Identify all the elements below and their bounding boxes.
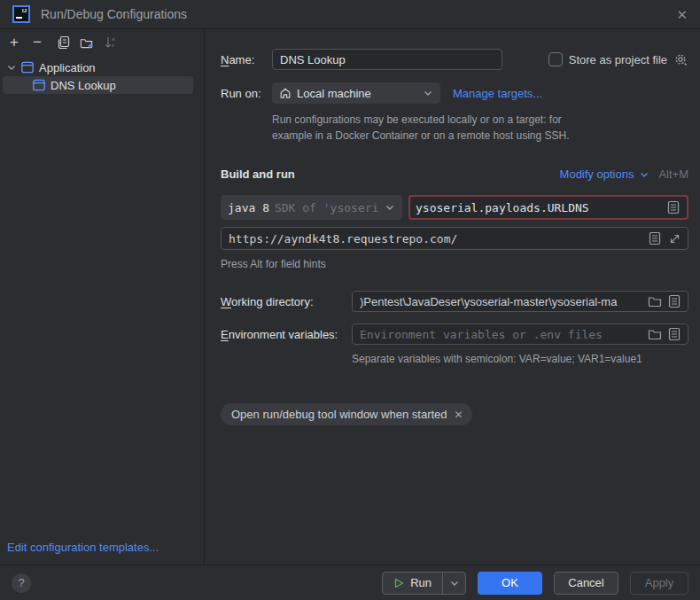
tree-item-dns-lookup[interactable]: DNS Lookup <box>3 76 193 94</box>
name-label: Name: <box>221 53 272 66</box>
modify-options-link[interactable]: Modify options <box>560 168 634 181</box>
tree-item-label: Application <box>39 61 96 74</box>
environment-variables-label: Environment variables: <box>221 328 352 341</box>
browse-folder-icon[interactable] <box>647 326 663 342</box>
new-folder-icon[interactable] <box>80 35 94 50</box>
add-configuration-icon[interactable]: + <box>7 35 21 50</box>
cancel-button[interactable]: Cancel <box>554 572 618 595</box>
jdk-description: SDK of 'ysoseri <box>275 201 378 214</box>
environment-variables-hint: Separate variables with semicolon: VAR=v… <box>352 352 688 366</box>
run-play-icon <box>393 578 404 588</box>
environment-variables-field-wrap <box>352 323 688 345</box>
configuration-form: Name: Store as project file <box>205 29 700 565</box>
build-and-run-title: Build and run <box>221 168 295 181</box>
environment-variables-input[interactable] <box>358 328 643 341</box>
svg-text:z: z <box>112 43 114 48</box>
run-split-button[interactable]: Run <box>382 572 466 595</box>
run-button-label: Run <box>410 576 432 589</box>
sort-configurations-icon[interactable]: a z <box>104 35 118 50</box>
main-class-input[interactable] <box>416 201 662 214</box>
jdk-value: java 8 <box>228 201 269 214</box>
run-on-dropdown[interactable]: Local machine <box>272 82 440 104</box>
open-tool-window-tag: Open run/debug tool window when started … <box>221 403 472 425</box>
chevron-down-icon <box>639 169 649 180</box>
tree-item-label: DNS Lookup <box>51 79 116 92</box>
run-options-chevron-icon[interactable] <box>442 573 465 594</box>
alt-field-hints: Press Alt for field hints <box>221 257 688 271</box>
run-debug-configurations-dialog: IJ Run/Debug Configurations ✕ + − <box>0 0 700 600</box>
chevron-down-icon <box>385 202 395 213</box>
intellij-logo-icon: IJ <box>12 5 30 23</box>
working-directory-label: Working directory: <box>221 295 352 308</box>
configurations-sidebar: + − <box>0 29 205 565</box>
insert-macros-icon[interactable] <box>665 199 681 215</box>
ok-button[interactable]: OK <box>478 572 542 595</box>
tag-label: Open run/debug tool window when started <box>231 408 447 421</box>
program-arguments-input[interactable] <box>227 232 643 245</box>
store-as-project-file-checkbox[interactable] <box>548 52 563 66</box>
chevron-down-icon <box>423 88 433 98</box>
tree-item-application[interactable]: Application <box>0 58 204 76</box>
gear-icon[interactable] <box>673 52 688 67</box>
expand-field-icon[interactable] <box>666 230 682 246</box>
application-type-icon <box>32 78 46 92</box>
home-icon <box>279 87 292 99</box>
close-icon[interactable]: ✕ <box>676 8 688 21</box>
apply-button[interactable]: Apply <box>630 572 688 595</box>
configurations-tree: Application DNS Lookup <box>0 56 204 94</box>
copy-configuration-icon[interactable] <box>57 35 71 50</box>
program-arguments-field-wrap <box>221 227 688 250</box>
name-field-wrap <box>272 49 502 70</box>
insert-macros-icon[interactable] <box>647 230 663 246</box>
store-as-project-file-label: Store as project file <box>569 53 667 66</box>
help-button[interactable]: ? <box>12 573 31 593</box>
tree-toolbar: + − <box>0 29 204 56</box>
dialog-footer: ? Run OK Cancel Apply <box>0 565 700 600</box>
remove-tag-icon[interactable]: ✕ <box>455 409 463 421</box>
edit-configuration-templates-link[interactable]: Edit configuration templates... <box>7 541 159 554</box>
application-type-icon <box>20 60 35 74</box>
manage-targets-link[interactable]: Manage targets... <box>453 87 542 100</box>
modify-options-shortcut: Alt+M <box>658 168 688 181</box>
browse-folder-icon[interactable] <box>647 293 663 309</box>
run-on-hint-line2: example in a Docker Container or on a re… <box>272 129 688 143</box>
svg-text:a: a <box>112 36 115 42</box>
remove-configuration-icon[interactable]: − <box>30 35 44 50</box>
chevron-down-icon[interactable] <box>4 60 19 74</box>
store-as-project-file-group: Store as project file <box>548 52 688 67</box>
run-on-label: Run on: <box>221 87 272 100</box>
working-directory-field-wrap <box>352 291 688 312</box>
dialog-title: Run/Debug Configurations <box>41 7 187 21</box>
main-class-field-wrap <box>408 195 688 220</box>
run-on-value: Local machine <box>297 87 371 100</box>
jdk-dropdown[interactable]: java 8 SDK of 'ysoseri <box>221 195 402 220</box>
insert-macros-icon[interactable] <box>666 326 682 342</box>
run-on-hint-line1: Run configurations may be executed local… <box>272 113 688 127</box>
title-bar: IJ Run/Debug Configurations ✕ <box>0 0 700 29</box>
name-input[interactable] <box>278 53 496 66</box>
insert-macros-icon[interactable] <box>666 293 682 309</box>
working-directory-input[interactable] <box>358 295 643 308</box>
